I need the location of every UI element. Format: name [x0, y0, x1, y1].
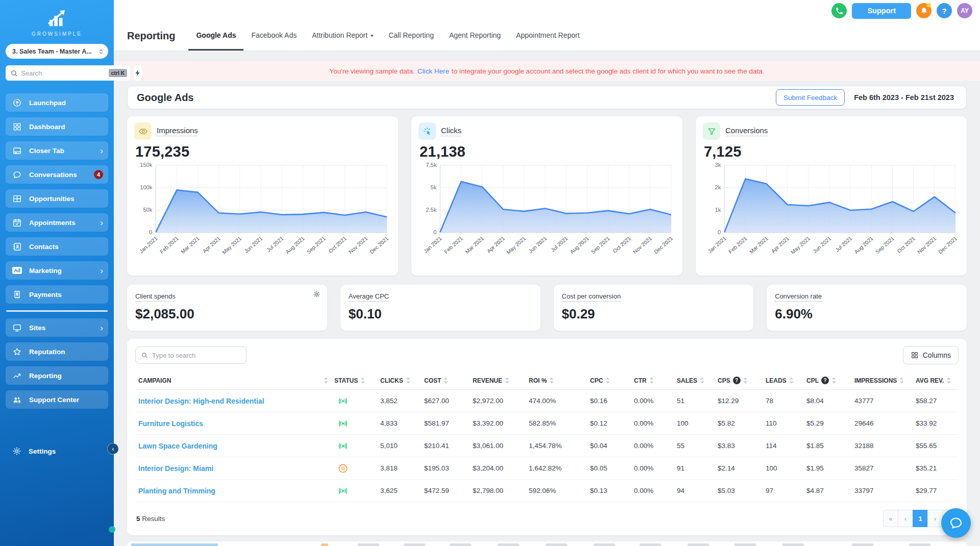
sidebar-item-support-center[interactable]: Support Center	[6, 390, 108, 409]
notice-text-suffix: to integrate your google account and sel…	[452, 67, 764, 75]
campaign-link[interactable]: Interior Design: High-end Residential	[135, 397, 331, 405]
cutoff-num-bar	[640, 543, 661, 546]
metric-label[interactable]: Average CPC	[349, 292, 389, 302]
column-header-campaign[interactable]: CAMPAIGN	[135, 377, 331, 384]
avatar[interactable]: AY	[957, 3, 972, 18]
column-header-impressions[interactable]: IMPRESSIONS	[851, 377, 913, 384]
tab-call-reporting[interactable]: Call Reporting	[381, 21, 442, 51]
widget-dot-icon[interactable]	[109, 526, 115, 533]
chat-fab[interactable]	[941, 508, 971, 538]
chevron-right-icon: ›	[100, 266, 103, 275]
gear-icon[interactable]	[313, 290, 321, 300]
pagination-next[interactable]: ›	[927, 510, 943, 527]
column-header-cost[interactable]: COST	[421, 377, 470, 384]
cell-roi: 592.06%	[526, 487, 587, 494]
sidebar-item-sites[interactable]: Sites ›	[6, 318, 108, 337]
bolt-icon	[134, 69, 142, 77]
notice-link[interactable]: Click Here	[418, 67, 449, 75]
tab-google-ads[interactable]: Google Ads	[188, 21, 243, 51]
stat-card-label[interactable]: Conversions	[725, 126, 768, 136]
stat-card-label[interactable]: Impressions	[157, 126, 198, 136]
sidebar-item-payments[interactable]: Payments	[6, 285, 108, 304]
column-header-leads[interactable]: LEADS	[763, 377, 803, 384]
metric-label[interactable]: Client spends	[135, 292, 176, 302]
quick-actions-button[interactable]	[134, 65, 142, 81]
help-icon[interactable]: ?	[821, 377, 829, 384]
page-title: Reporting	[127, 30, 175, 42]
columns-button[interactable]: Columns	[903, 346, 959, 364]
sidebar-item-reputation[interactable]: Reputation	[6, 342, 108, 361]
phone-icon	[835, 7, 844, 15]
campaign-link[interactable]: Planting and Trimming	[135, 487, 331, 495]
column-label: CPL	[806, 377, 819, 384]
column-header-cpl[interactable]: CPL ?	[803, 377, 851, 384]
svg-text:1k: 1k	[715, 207, 721, 213]
svg-text:7.5k: 7.5k	[426, 162, 436, 168]
svg-text:Apr 2021: Apr 2021	[485, 235, 506, 254]
metric-card-conversion-rate: Conversion rate 6.90%	[767, 285, 967, 331]
chevron-down-icon: ▾	[371, 33, 373, 38]
question-icon: ?	[942, 7, 946, 15]
cutoff-num-bar	[450, 543, 471, 546]
column-header-status[interactable]: STATUS	[331, 377, 377, 384]
chevron-right-icon: ›	[100, 218, 103, 227]
sidebar-item-dashboard[interactable]: Dashboard	[6, 117, 108, 136]
cell-cpc: $0.16	[587, 397, 631, 405]
status-active-icon	[331, 485, 377, 497]
campaign-link[interactable]: Lawn Space Gardening	[135, 442, 331, 450]
tab-appointment-report[interactable]: Appointment Report	[508, 21, 587, 51]
help-icon[interactable]: ?	[733, 377, 741, 384]
sidebar-item-conversations[interactable]: Conversations 4	[6, 165, 108, 184]
table-search[interactable]	[135, 346, 247, 364]
column-header-cpc[interactable]: CPC	[587, 377, 631, 384]
date-range[interactable]: Feb 6th 2023 - Feb 21st 2023	[854, 93, 954, 102]
pagination-page-1[interactable]: 1	[913, 510, 928, 527]
column-header-clicks[interactable]: CLICKS	[377, 377, 421, 384]
help-button[interactable]: ?	[937, 3, 952, 18]
cell-revenue: $2,972.00	[470, 397, 526, 405]
support-button[interactable]: Support	[852, 3, 911, 19]
sidebar-item-appointments[interactable]: Appointments ›	[6, 213, 108, 232]
column-header-ctr[interactable]: CTR	[631, 377, 674, 384]
column-header-avg-rev[interactable]: AVG REV.	[913, 377, 959, 384]
tab-agent-reporting[interactable]: Agent Reporting	[442, 21, 508, 51]
sidebar-search[interactable]: ctrl K	[6, 65, 130, 81]
table-search-input[interactable]	[152, 352, 241, 359]
sidebar-search-input[interactable]	[21, 69, 106, 77]
submit-feedback-button[interactable]: Submit Feedback	[776, 89, 845, 106]
campaign-link[interactable]: Furniture Logistics	[135, 419, 331, 428]
column-header-roi[interactable]: ROI %	[526, 377, 587, 384]
column-label: IMPRESSIONS	[854, 377, 897, 384]
stat-card-label[interactable]: Clicks	[441, 126, 461, 136]
column-header-cps[interactable]: CPS ?	[715, 377, 763, 384]
tab-attribution-report[interactable]: Attribution Report ▾	[304, 21, 381, 51]
tab-facebook-ads[interactable]: Facebook Ads	[243, 21, 304, 51]
column-header-sales[interactable]: SALES	[674, 377, 715, 384]
account-selector[interactable]: 3. Sales Team - Master A...	[6, 44, 108, 59]
conversions-icon	[703, 122, 720, 140]
sidebar-item-launchpad[interactable]: Launchpad	[6, 93, 108, 112]
svg-text:Sep 2021: Sep 2021	[874, 235, 895, 255]
sidebar-item-reporting[interactable]: Reporting	[6, 366, 108, 385]
sidebar-item-closer-tab[interactable]: Closer Tab ›	[6, 141, 108, 160]
cell-clicks: 3,818	[377, 464, 421, 472]
sidebar-collapse-button[interactable]: ‹	[108, 443, 118, 454]
column-header-revenue[interactable]: REVENUE	[470, 377, 526, 384]
sort-icon	[743, 377, 748, 384]
campaign-link[interactable]: Interior Design: Miami	[135, 464, 331, 473]
svg-text:May 2021: May 2021	[505, 235, 527, 255]
pagination-prev[interactable]: ‹	[898, 510, 913, 527]
metric-label[interactable]: Conversion rate	[775, 292, 822, 302]
sidebar-item-opportunities[interactable]: Opportunities	[6, 189, 108, 208]
appointments-icon	[12, 218, 22, 228]
sidebar-item-contacts[interactable]: Contacts	[6, 237, 108, 256]
notifications-button[interactable]	[916, 3, 932, 18]
pagination-first[interactable]: «	[883, 510, 898, 527]
phone-button[interactable]	[831, 3, 847, 18]
sidebar-item-marketing[interactable]: Ad Marketing ›	[6, 261, 108, 280]
metric-label[interactable]: Cost per conversion	[562, 292, 621, 302]
grid-icon	[911, 351, 919, 359]
svg-text:Oct 2021: Oct 2021	[327, 235, 348, 254]
sidebar-item-settings[interactable]: Settings	[6, 446, 108, 456]
sidebar-item-label: Marketing	[29, 267, 93, 275]
